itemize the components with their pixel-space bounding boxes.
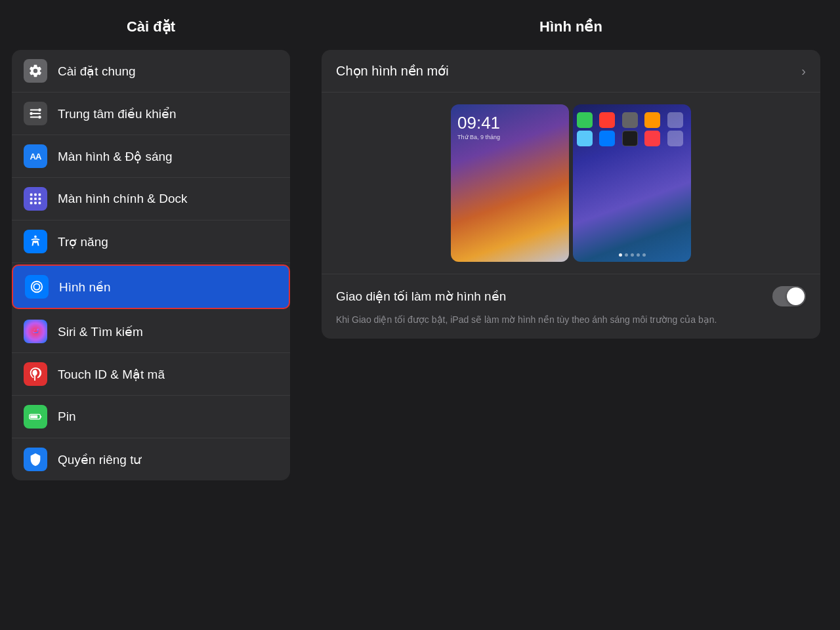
svg-point-5	[38, 116, 41, 119]
sidebar-item-siri[interactable]: Siri & Tìm kiếm	[12, 310, 290, 353]
svg-rect-2	[32, 113, 41, 114]
dot-5	[642, 253, 646, 257]
main-title: Hình nền	[322, 18, 820, 50]
svg-rect-4	[30, 117, 39, 118]
dot-4	[637, 253, 640, 257]
svg-rect-6	[30, 194, 33, 196]
sidebar-item-label-homedock: Màn hình chính & Dock	[58, 192, 188, 206]
choose-wallpaper-label: Chọn hình nền mới	[336, 63, 449, 79]
sidebar-item-general[interactable]: Cài đặt chung	[12, 50, 290, 93]
gear-icon	[24, 59, 47, 83]
sidebar-item-label-siri: Siri & Tìm kiếm	[58, 324, 143, 339]
homescreen-preview	[573, 104, 691, 262]
fingerprint-icon	[24, 362, 47, 386]
home-dock-icon	[24, 187, 47, 211]
dark-blur-toggle-row: Giao diện tối làm mờ hình nền	[322, 274, 820, 313]
dark-blur-toggle[interactable]	[772, 286, 806, 306]
sidebar-item-touchid[interactable]: Touch ID & Mật mã	[12, 353, 290, 396]
toggle-knob	[787, 287, 805, 305]
preview-time: 09:41	[457, 114, 562, 133]
svg-rect-12	[30, 202, 33, 205]
toggle-label: Giao diện tối làm mờ hình nền	[336, 289, 506, 304]
appstore-app-icon	[599, 131, 615, 146]
sidebar: Cài đặt Cài đặt chung	[0, 0, 302, 630]
siri-icon	[24, 320, 47, 343]
sidebar-item-label-privacy: Quyền riêng tư	[58, 452, 142, 467]
sidebar-item-battery[interactable]: Pin	[12, 396, 290, 438]
sidebar-item-control-center[interactable]: Trung tâm điều khiển	[12, 93, 290, 135]
page-dots	[577, 201, 687, 257]
svg-rect-11	[39, 198, 41, 200]
wallpaper-icon	[25, 275, 49, 299]
svg-rect-8	[39, 194, 41, 196]
svg-rect-17	[40, 416, 41, 418]
sidebar-item-privacy[interactable]: Quyền riêng tư	[12, 438, 290, 480]
battery-icon	[24, 405, 47, 429]
wallpaper-preview: 09:41 Thứ Ba, 9 tháng	[322, 93, 820, 274]
svg-point-15	[34, 236, 37, 238]
sidebar-item-label-accessibility: Trợ năng	[58, 234, 108, 249]
sidebar-list: Cài đặt chung Trung tâm điều khiển AA Mà…	[12, 50, 290, 480]
toggle-description: Khi Giao diện tối được bật, iPad sẽ làm …	[322, 313, 820, 339]
svg-point-3	[30, 112, 33, 116]
photos-app-icon	[577, 131, 593, 146]
accessibility-icon	[24, 230, 47, 253]
wallpaper-card: Chọn hình nền mới › 09:41 Thứ Ba, 9 thán…	[322, 50, 820, 339]
dot-2	[625, 253, 628, 257]
svg-rect-9	[30, 198, 33, 200]
choose-wallpaper-row[interactable]: Chọn hình nền mới ›	[322, 50, 820, 93]
extra-app-icon2	[667, 131, 683, 146]
extra-app-icon1	[667, 112, 683, 128]
svg-point-1	[38, 108, 41, 112]
chevron-right-icon: ›	[801, 64, 806, 79]
dot-1	[619, 253, 622, 257]
home-icons-grid	[577, 112, 687, 146]
dot-3	[631, 253, 634, 257]
preview-date: Thứ Ba, 9 tháng	[457, 134, 562, 140]
main-content: Hình nền Chọn hình nền mới › 09:41 Thứ B…	[302, 0, 840, 630]
sidebar-item-display[interactable]: AA Màn hình & Độ sáng	[12, 135, 290, 178]
sidebar-item-accessibility[interactable]: Trợ năng	[12, 220, 290, 263]
privacy-icon	[24, 448, 47, 471]
sidebar-item-label-display: Màn hình & Độ sáng	[58, 149, 173, 164]
music-app-icon	[644, 131, 660, 146]
svg-rect-18	[30, 415, 37, 419]
svg-rect-0	[30, 110, 39, 111]
sidebar-item-label-control: Trung tâm điều khiển	[58, 106, 177, 121]
settings-app-icon	[644, 112, 660, 128]
sidebar-title: Cài đặt	[12, 0, 290, 50]
sidebar-item-wallpaper[interactable]: Hình nền	[12, 264, 290, 309]
svg-rect-7	[34, 194, 37, 196]
lockscreen-preview: 09:41 Thứ Ba, 9 tháng	[451, 104, 569, 262]
sidebar-item-label-wallpaper: Hình nền	[59, 280, 111, 295]
svg-rect-14	[39, 202, 41, 205]
tv-app-icon	[622, 131, 638, 146]
display-icon: AA	[24, 144, 47, 168]
maps-app-icon	[622, 112, 638, 128]
facetime-app-icon	[577, 112, 593, 128]
sidebar-item-home-dock[interactable]: Màn hình chính & Dock	[12, 178, 290, 220]
calendar-app-icon	[599, 112, 615, 128]
svg-rect-13	[34, 202, 37, 205]
sliders-icon	[24, 102, 47, 125]
sidebar-item-label-general: Cài đặt chung	[58, 64, 136, 79]
svg-rect-10	[34, 198, 37, 200]
sidebar-item-label-touchid: Touch ID & Mật mã	[58, 367, 165, 382]
sidebar-item-label-battery: Pin	[58, 410, 75, 424]
